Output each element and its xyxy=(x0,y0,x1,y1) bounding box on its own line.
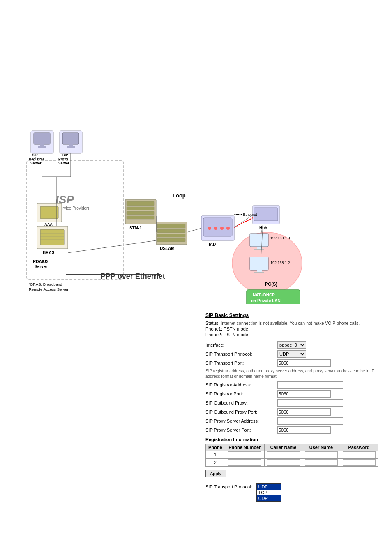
transport-port-row: SIP Transport Port: 5060 xyxy=(205,359,378,367)
svg-rect-42 xyxy=(157,238,185,242)
phone-number-1 xyxy=(225,451,264,459)
svg-line-78 xyxy=(234,215,253,227)
outbound-proxy-label: SIP Outbound Proxy: xyxy=(205,400,277,405)
registrar-port-label: SIP Registrar Port: xyxy=(205,391,277,396)
svg-rect-12 xyxy=(69,144,73,146)
proxy-port-input[interactable] xyxy=(277,426,331,434)
svg-text:Server: Server xyxy=(35,264,47,269)
transport-dropdown-row: SIP Transport Protocol: UDP TCP UDP xyxy=(205,483,378,502)
sip-title: SIP Basic Settings xyxy=(205,312,378,318)
outbound-proxy-input[interactable] xyxy=(277,399,343,407)
registrar-addr-label: SIP Registrar Address: xyxy=(205,382,277,387)
caller-name-2 xyxy=(265,459,302,467)
proxy-addr-row: SIP Proxy Server Address: xyxy=(205,417,378,425)
phone-number-2 xyxy=(225,459,264,467)
svg-rect-41 xyxy=(157,234,185,237)
svg-text:SIP: SIP xyxy=(62,153,68,157)
svg-point-50 xyxy=(226,227,230,230)
table-row: 1 xyxy=(206,451,378,459)
svg-text:PC(S): PC(S) xyxy=(265,282,277,287)
dropdown-option-tcp[interactable]: TCP xyxy=(257,490,281,495)
svg-rect-59 xyxy=(257,247,262,249)
table-row: 2 xyxy=(206,459,378,467)
caller-name-input-1[interactable] xyxy=(267,451,300,458)
svg-text:RDAIUS: RDAIUS xyxy=(33,259,49,264)
phone-num-2: 2 xyxy=(206,459,225,467)
password-input-2[interactable] xyxy=(343,459,376,466)
svg-rect-60 xyxy=(254,249,264,250)
svg-rect-64 xyxy=(254,272,264,273)
registrar-addr-row: SIP Registrar Address: xyxy=(205,381,378,388)
phone2-row: Phone2: PSTN mode xyxy=(205,332,378,337)
transport-dropdown-area: SIP Transport Protocol: UDP TCP UDP xyxy=(205,483,378,502)
svg-text:Loop: Loop xyxy=(173,192,186,199)
outbound-proxy-row: SIP Outbound Proxy: xyxy=(205,399,378,407)
transport-port-input[interactable]: 5060 xyxy=(277,359,331,367)
svg-rect-13 xyxy=(67,146,75,148)
caller-name-input-2[interactable] xyxy=(267,459,300,466)
phone-num-1: 1 xyxy=(206,451,225,459)
interface-select[interactable]: pppoe_0_39_1 xyxy=(277,341,306,349)
outbound-proxy-port-row: SIP Outbound Proxy Port: xyxy=(205,408,378,416)
transport-select[interactable]: UDP TCP xyxy=(277,350,306,358)
user-name-input-1[interactable] xyxy=(305,451,338,458)
password-input-1[interactable] xyxy=(343,451,376,458)
col-caller-name: Caller Name xyxy=(265,444,302,451)
proxy-addr-label: SIP Proxy Server Address: xyxy=(205,419,277,423)
svg-text:192.168.1.2: 192.168.1.2 xyxy=(270,261,290,265)
sip-form: Interface: pppoe_0_39_1 SIP Transport Pr… xyxy=(205,341,378,502)
phone-number-input-1[interactable] xyxy=(228,451,261,458)
dropdown-option-udp-top[interactable]: UDP xyxy=(257,484,281,490)
svg-text:Server: Server xyxy=(30,161,42,165)
svg-text:DSLAM: DSLAM xyxy=(160,246,175,251)
svg-rect-63 xyxy=(257,270,262,272)
user-name-1 xyxy=(302,451,340,459)
table-header-row: Phone Phone Number Caller Name User Name… xyxy=(206,444,378,451)
apply-btn-container: Apply xyxy=(205,470,226,477)
phone1-label: Phone1: xyxy=(205,326,222,331)
dropdown-option-udp-bottom[interactable]: UDP xyxy=(257,495,281,501)
svg-text:*BRAS: Broadband: *BRAS: Broadband xyxy=(29,282,62,287)
proxy-port-row: SIP Proxy Server Port: xyxy=(205,426,378,434)
status-label: Status: xyxy=(205,321,219,326)
reg-info-title: Registration Information xyxy=(205,437,378,442)
svg-rect-39 xyxy=(157,224,185,228)
svg-text:NAT+DHCP: NAT+DHCP xyxy=(253,293,275,297)
outbound-proxy-port-input[interactable] xyxy=(277,408,331,416)
outbound-proxy-port-label: SIP Outbound Proxy Port: xyxy=(205,409,277,414)
phone-number-input-2[interactable] xyxy=(228,459,261,466)
phone2-label: Phone2: xyxy=(205,332,222,337)
proxy-addr-input[interactable] xyxy=(277,417,343,425)
svg-point-47 xyxy=(208,227,211,230)
transport-dropdown-list[interactable]: UDP TCP UDP xyxy=(256,483,281,502)
phone1-value: PSTN mode xyxy=(224,326,248,331)
registrar-port-input[interactable] xyxy=(277,390,331,398)
user-name-2 xyxy=(302,459,340,467)
password-2 xyxy=(340,459,378,467)
svg-rect-28 xyxy=(40,206,58,219)
svg-text:PPP over Ethernet: PPP over Ethernet xyxy=(101,272,165,280)
apply-button[interactable]: Apply xyxy=(205,470,226,477)
sip-panel: SIP Basic Settings Status: Internet conn… xyxy=(205,312,378,502)
transport-port-label: SIP Transport Port: xyxy=(205,361,277,365)
svg-text:on Private LAN: on Private LAN xyxy=(251,298,281,303)
svg-text:Proxy: Proxy xyxy=(58,157,68,161)
svg-rect-36 xyxy=(127,216,154,219)
registration-table: Phone Phone Number Caller Name User Name… xyxy=(205,444,378,467)
registrar-addr-input[interactable] xyxy=(277,381,343,388)
svg-text:Hub: Hub xyxy=(259,226,267,230)
svg-line-75 xyxy=(68,240,156,253)
user-name-input-2[interactable] xyxy=(305,459,338,466)
transport-protocol-row: SIP Transport Protocol: UDP TCP xyxy=(205,350,378,358)
svg-rect-6 xyxy=(38,146,46,148)
svg-rect-34 xyxy=(127,207,154,210)
col-password: Password xyxy=(340,444,378,451)
svg-rect-5 xyxy=(40,144,44,146)
registrar-port-row: SIP Registrar Port: xyxy=(205,390,378,398)
svg-rect-35 xyxy=(127,211,154,215)
svg-text:SIP: SIP xyxy=(32,153,38,157)
col-user-name: User Name xyxy=(302,444,340,451)
interface-label: Interface: xyxy=(205,342,277,347)
svg-text:192.168.1.3: 192.168.1.3 xyxy=(270,236,290,240)
svg-rect-4 xyxy=(34,133,50,144)
